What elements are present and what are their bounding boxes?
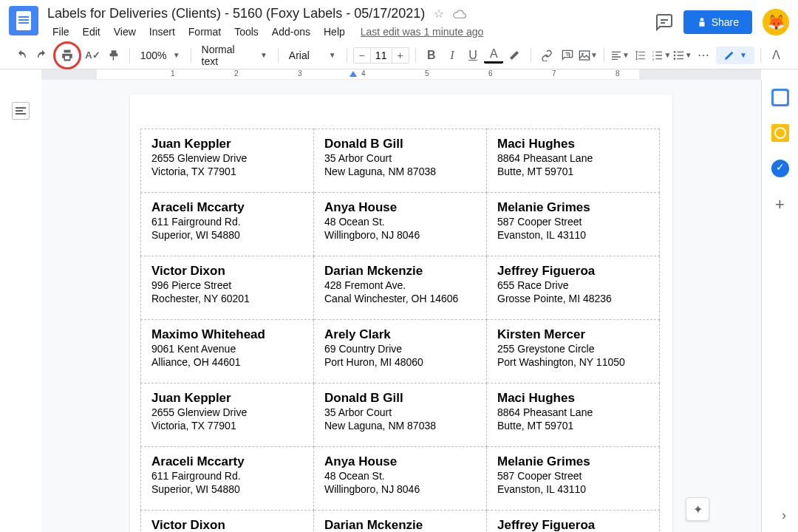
label-name: Maximo Whitehead <box>151 327 303 342</box>
label-name: Donald B Gill <box>324 391 476 406</box>
document-outline-icon[interactable] <box>12 102 30 120</box>
last-edit-link[interactable]: Last edit was 1 minute ago <box>361 26 484 38</box>
text-color-button[interactable]: A <box>484 47 503 64</box>
label-cell[interactable]: Araceli Mccarty611 Fairground Rd.Superio… <box>141 447 314 511</box>
ruler-tick: 7 <box>552 69 556 78</box>
label-cell[interactable]: Kirsten Mercer255 Greystone CirclePort W… <box>487 320 660 383</box>
font-size-increase[interactable]: + <box>392 50 409 61</box>
bulleted-list-button[interactable]: ▼ <box>673 45 692 66</box>
title-area: Labels for Deliveries (Clients) - 5160 (… <box>47 6 655 41</box>
label-address-line1: 8864 Pheasant Lane <box>497 406 649 419</box>
label-cell[interactable]: Donald B Gill35 Arbor CourtNew Laguna, N… <box>314 383 487 447</box>
label-cell[interactable]: Victor Dixon <box>141 511 314 533</box>
label-cell[interactable]: Melanie Grimes587 Cooper StreetEvanston,… <box>487 447 660 511</box>
print-button[interactable] <box>57 45 78 66</box>
underline-button[interactable]: U <box>463 45 482 66</box>
print-button-highlight <box>53 41 81 69</box>
label-cell[interactable]: Juan Keppler2655 Glenview DriveVictoria,… <box>141 383 314 447</box>
redo-button[interactable] <box>33 45 52 66</box>
label-cell[interactable]: Maci Hughes8864 Pheasant LaneButte, MT 5… <box>487 129 660 193</box>
spellcheck-button[interactable]: A✓ <box>83 45 102 66</box>
label-address-line2: Port Huron, MI 48060 <box>324 355 476 369</box>
tasks-app-icon[interactable] <box>771 160 789 177</box>
label-address-line1: 48 Ocean St. <box>324 469 476 482</box>
share-button[interactable]: Share <box>683 10 752 34</box>
menu-file[interactable]: File <box>47 23 75 41</box>
label-cell[interactable]: Melanie Grimes587 Cooper StreetEvanston,… <box>487 193 660 256</box>
explore-button[interactable]: ✦ <box>686 497 709 521</box>
menu-addons[interactable]: Add-ons <box>267 23 316 41</box>
align-button[interactable]: ▼ <box>610 45 630 66</box>
numbered-list-button[interactable]: 123▼ <box>652 45 671 66</box>
zoom-dropdown[interactable]: 100%▼ <box>136 47 185 64</box>
label-cell[interactable]: Juan Keppler2655 Glenview DriveVictoria,… <box>141 129 314 193</box>
label-cell[interactable]: Jeffrey Figueroa655 Race DriveGrosse Poi… <box>487 256 660 320</box>
label-cell[interactable]: Maci Hughes8864 Pheasant LaneButte, MT 5… <box>487 383 660 447</box>
label-cell[interactable]: Maximo Whitehead9061 Kent AvenueAlliance… <box>141 320 314 383</box>
star-icon[interactable]: ☆ <box>434 7 444 21</box>
comment-history-icon[interactable] <box>655 13 673 31</box>
label-cell[interactable]: Donald B Gill35 Arbor CourtNew Laguna, N… <box>314 129 487 193</box>
label-cell[interactable]: Jeffrey Figueroa <box>487 511 660 533</box>
paint-format-button[interactable] <box>104 45 123 66</box>
label-name: Maci Hughes <box>497 391 649 406</box>
label-name: Araceli Mccarty <box>151 454 303 469</box>
label-cell[interactable]: Darian Mckenzie <box>314 511 487 533</box>
label-address-line2: Superior, WI 54880 <box>151 228 303 242</box>
add-app-icon[interactable]: + <box>775 195 785 214</box>
font-size-input[interactable] <box>370 48 392 63</box>
paragraph-style-dropdown[interactable]: Normal text▼ <box>197 41 272 70</box>
side-panel: + › <box>761 80 798 532</box>
italic-button[interactable]: I <box>443 45 462 66</box>
more-button[interactable]: ⋯ <box>694 45 713 66</box>
label-cell[interactable]: Anya House48 Ocean St.Willingboro, NJ 80… <box>314 447 487 511</box>
indent-marker-icon[interactable] <box>349 71 357 77</box>
keep-app-icon[interactable] <box>771 124 789 142</box>
document-canvas[interactable]: Juan Keppler2655 Glenview DriveVictoria,… <box>41 80 761 532</box>
menu-format[interactable]: Format <box>183 23 226 41</box>
label-name: Darian Mckenzie <box>324 264 476 279</box>
document-page[interactable]: Juan Keppler2655 Glenview DriveVictoria,… <box>130 95 672 532</box>
collapse-sidepanel-icon[interactable]: › <box>782 508 786 523</box>
insert-comment-button[interactable] <box>558 45 577 66</box>
label-address-line1: 655 Race Drive <box>497 279 649 292</box>
undo-button[interactable] <box>12 45 31 66</box>
ruler-tick: 4 <box>361 69 366 78</box>
docs-logo-icon[interactable] <box>9 6 38 35</box>
hide-menus-button[interactable]: ᐱ <box>767 45 786 66</box>
document-title[interactable]: Labels for Deliveries (Clients) - 5160 (… <box>47 6 425 21</box>
line-spacing-button[interactable] <box>631 45 650 66</box>
insert-link-button[interactable] <box>536 45 556 66</box>
editing-mode-button[interactable]: ▼ <box>716 47 754 64</box>
menu-edit[interactable]: Edit <box>78 23 106 41</box>
font-size-decrease[interactable]: − <box>354 50 370 61</box>
label-cell[interactable]: Darian Mckenzie428 Fremont Ave.Canal Win… <box>314 256 487 320</box>
label-address-line1: 9061 Kent Avenue <box>151 342 303 355</box>
account-avatar[interactable]: 🦊 <box>763 9 789 35</box>
label-address-line2: Victoria, TX 77901 <box>151 419 303 432</box>
label-address-line1: 587 Cooper Street <box>497 469 649 482</box>
menu-tools[interactable]: Tools <box>229 23 264 41</box>
label-cell[interactable]: Victor Dixon996 Pierce StreetRochester, … <box>141 256 314 320</box>
cloud-icon[interactable] <box>453 9 466 19</box>
insert-image-button[interactable]: ▼ <box>579 45 598 66</box>
label-address-line1: 8864 Pheasant Lane <box>497 151 649 165</box>
calendar-app-icon[interactable] <box>771 89 789 106</box>
labels-table[interactable]: Juan Keppler2655 Glenview DriveVictoria,… <box>140 129 660 532</box>
menu-insert[interactable]: Insert <box>144 23 180 41</box>
label-cell[interactable]: Anya House48 Ocean St.Willingboro, NJ 80… <box>314 193 487 256</box>
bold-button[interactable]: B <box>422 45 441 66</box>
label-cell[interactable]: Arely Clark69 Country DrivePort Huron, M… <box>314 320 487 383</box>
menu-view[interactable]: View <box>109 23 141 41</box>
font-dropdown[interactable]: Arial▼ <box>284 47 341 64</box>
label-address-line1: 428 Fremont Ave. <box>324 279 476 292</box>
label-address-line2: Grosse Pointe, MI 48236 <box>497 292 649 305</box>
label-name: Victor Dixon <box>151 264 303 279</box>
table-row: Victor Dixon996 Pierce StreetRochester, … <box>141 256 660 320</box>
menu-help[interactable]: Help <box>318 23 350 41</box>
ruler-tick: 5 <box>425 69 429 78</box>
highlight-button[interactable] <box>505 45 524 66</box>
horizontal-ruler[interactable]: 12345678 <box>41 69 761 80</box>
label-name: Jeffrey Figueroa <box>497 264 649 279</box>
label-cell[interactable]: Araceli Mccarty611 Fairground Rd.Superio… <box>141 193 314 256</box>
